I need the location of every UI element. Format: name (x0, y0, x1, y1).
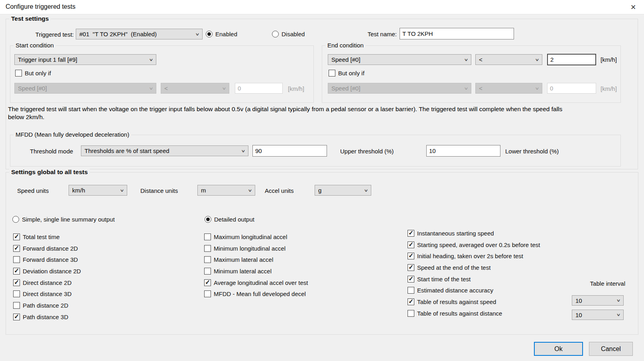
start-but-only-if-checkbox[interactable] (15, 70, 22, 77)
option-checkbox[interactable] (408, 230, 414, 237)
checkbox-option-row[interactable]: Starting speed, averaged over 0.2s befor… (408, 241, 540, 248)
simple-output-radio-row[interactable]: Simple, single line summary output (12, 216, 115, 223)
option-checkbox[interactable] (13, 279, 20, 286)
option-checkbox[interactable] (204, 268, 211, 275)
accel-units-value: g (318, 187, 321, 194)
checkbox-option-row[interactable]: Path distance 2D (13, 302, 81, 309)
checkbox-option-row[interactable]: Path distance 3D (13, 314, 81, 320)
option-label: Forward distance 3D (23, 256, 78, 263)
option-checkbox[interactable] (408, 253, 414, 259)
option-checkbox[interactable] (408, 298, 414, 305)
threshold-mode-select[interactable]: Thresholds are % of start speed ∨ (81, 145, 248, 156)
option-checkbox[interactable] (204, 245, 211, 252)
option-checkbox[interactable] (408, 264, 414, 271)
checkbox-option-row[interactable]: Direct distance 3D (13, 290, 81, 297)
checkbox-option-row[interactable]: Maximum lateral accel (204, 256, 308, 263)
upper-threshold-input[interactable] (252, 145, 327, 157)
start-but-only-if-row[interactable]: But only if (15, 70, 51, 77)
checkbox-option-row[interactable]: Start time of the test (408, 276, 540, 283)
chevron-down-icon: ∨ (364, 188, 370, 192)
triggered-test-select[interactable]: #01 "T TO 2KPH" (Enabled) ∨ (76, 29, 203, 39)
option-checkbox[interactable] (13, 290, 20, 297)
end-channel-select[interactable]: Speed [#0] ∨ (328, 54, 471, 65)
option-checkbox[interactable] (13, 233, 20, 240)
option-checkbox[interactable] (408, 276, 414, 283)
upper-threshold-label: Upper threshold (%) (340, 148, 394, 155)
checkbox-option-row[interactable]: Maximum longitudinal accel (204, 233, 308, 240)
chevron-down-icon: ∨ (222, 86, 228, 90)
threshold-mode-value: Thresholds are % of start speed (85, 147, 169, 154)
disabled-radio-row[interactable]: Disabled (272, 31, 305, 37)
end-but-only-if-checkbox[interactable] (329, 70, 335, 77)
test-name-input[interactable] (400, 28, 514, 39)
checkbox-option-row[interactable]: Instantaneous starting speed (408, 230, 540, 237)
option-checkbox[interactable] (13, 268, 20, 275)
title-bar: Configure triggered tests ✕ (0, 0, 644, 14)
chevron-down-icon: ∨ (535, 57, 541, 62)
accel-units-select[interactable]: g ∨ (315, 185, 371, 196)
speed-units-select[interactable]: km/h ∨ (69, 185, 127, 196)
option-label: Maximum lateral accel (214, 256, 273, 263)
start-trigger-select[interactable]: Trigger input 1 fall [#9] ∨ (14, 54, 156, 65)
checkbox-option-row[interactable]: Table of results against speed (408, 298, 540, 305)
checkbox-option-row[interactable]: MFDD - Mean full developed decel (204, 290, 308, 297)
checkbox-option-row[interactable]: Forward distance 2D (13, 245, 81, 252)
distance-options-list: Total test time Forward distance 2D Forw… (13, 233, 81, 320)
disabled-radio[interactable] (272, 31, 279, 37)
lower-threshold-input[interactable] (426, 145, 500, 157)
triggered-test-label: Triggered test: (24, 31, 74, 38)
cancel-button[interactable]: Cancel (589, 342, 633, 356)
chevron-down-icon: ∨ (248, 188, 254, 192)
global-settings-group: Settings global to all tests (6, 172, 638, 335)
checkbox-option-row[interactable]: Table of results against distance (408, 310, 540, 317)
chevron-down-icon: ∨ (464, 86, 470, 90)
option-checkbox[interactable] (204, 256, 211, 263)
mfdd-group-label: MFDD (Mean fully developed deceleration) (14, 131, 131, 138)
checkbox-option-row[interactable]: Initial heading, taken over 2s before te… (408, 253, 540, 259)
option-checkbox[interactable] (204, 233, 211, 240)
checkbox-option-row[interactable]: Total test time (13, 233, 81, 240)
checkbox-option-row[interactable]: Deviation distance 2D (13, 268, 81, 275)
enabled-radio-row[interactable]: Enabled (206, 31, 237, 37)
option-label: Direct distance 3D (23, 290, 72, 297)
table-interval-distance-select[interactable]: 10 ∨ (572, 310, 624, 320)
checkbox-option-row[interactable]: Estimated distance accuracy (408, 287, 540, 294)
speed-units-value: km/h (72, 187, 85, 194)
chevron-down-icon: ∨ (535, 86, 541, 90)
simple-output-radio[interactable] (12, 216, 19, 223)
ok-button[interactable]: Ok (534, 342, 583, 356)
option-checkbox[interactable] (13, 302, 20, 309)
checkbox-option-row[interactable]: Average longitudinal accel over test (204, 279, 308, 286)
checkbox-option-row[interactable]: Minimum longitudinal accel (204, 245, 308, 252)
end-operator-select[interactable]: < ∨ (475, 54, 542, 65)
option-label: Initial heading, taken over 2s before te… (417, 253, 523, 259)
detailed-output-radio-row[interactable]: Detailed output (205, 216, 254, 223)
checkbox-option-row[interactable]: Direct distance 2D (13, 279, 81, 286)
disabled-radio-label: Disabled (282, 31, 305, 37)
table-interval-distance-value: 10 (575, 312, 582, 318)
checkbox-option-row[interactable]: Speed at the end of the test (408, 264, 540, 271)
enabled-radio[interactable] (206, 31, 213, 37)
checkbox-option-row[interactable]: Forward distance 3D (13, 256, 81, 263)
end-threshold-input[interactable] (547, 54, 596, 65)
option-checkbox[interactable] (204, 279, 211, 286)
checkbox-option-row[interactable]: Minimum lateral accel (204, 268, 308, 275)
start-sub-units-label: [km/h] (288, 85, 304, 92)
option-checkbox[interactable] (408, 287, 414, 294)
detailed-output-radio[interactable] (205, 216, 211, 223)
distance-units-select[interactable]: m ∨ (197, 185, 255, 196)
table-interval-speed-select[interactable]: 10 ∨ (572, 295, 624, 306)
option-checkbox[interactable] (13, 314, 20, 320)
global-settings-group-label: Settings global to all tests (9, 169, 90, 176)
start-sub-threshold-input (235, 83, 283, 94)
close-icon[interactable]: ✕ (628, 2, 638, 12)
option-checkbox[interactable] (204, 290, 211, 297)
end-but-only-if-row[interactable]: But only if (329, 70, 364, 77)
test-description-text: The triggered test will start when the v… (8, 105, 570, 121)
option-checkbox[interactable] (408, 310, 414, 317)
option-checkbox[interactable] (13, 256, 20, 263)
dialog-title: Configure triggered tests (6, 3, 75, 10)
option-checkbox[interactable] (13, 245, 20, 252)
start-but-only-if-label: But only if (25, 70, 51, 77)
option-checkbox[interactable] (408, 241, 414, 248)
